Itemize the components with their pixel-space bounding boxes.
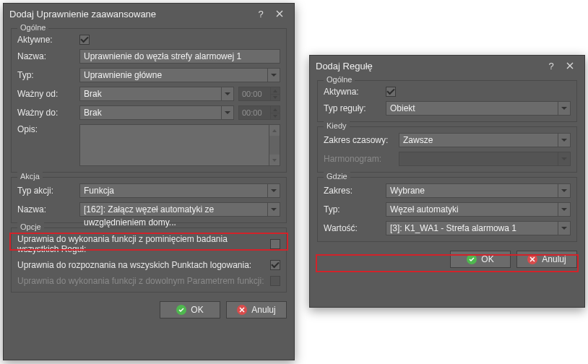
action-name-dropdown-button[interactable]	[267, 202, 280, 217]
group-where-label: Gdzie	[324, 172, 350, 181]
group-options: Opcje Uprawnia do wykonania funkcji z po…	[11, 228, 287, 292]
valid-from-dropdown-button[interactable]	[221, 87, 234, 101]
spin-up-icon	[270, 105, 280, 113]
value-label: Wartość:	[324, 223, 386, 233]
opt1-checkbox[interactable]	[270, 239, 280, 249]
valid-to-label: Ważny do:	[17, 108, 79, 118]
group-general-label: Ogólne	[17, 23, 48, 32]
group-options-label: Opcje	[17, 222, 44, 231]
cancel-button[interactable]: Anuluj	[516, 251, 577, 268]
ok-button-label: OK	[191, 305, 203, 315]
action-type-select[interactable]: Funkcja	[79, 183, 267, 198]
spin-up-icon	[270, 87, 280, 94]
spin-down-icon	[270, 94, 280, 101]
type-dropdown-button[interactable]	[267, 68, 280, 82]
action-type-dropdown-button[interactable]	[267, 183, 280, 198]
type-select[interactable]: Uprawnienie główne	[79, 68, 267, 82]
active-checkbox[interactable]	[386, 87, 396, 97]
group-when-label: Kiedy	[324, 121, 350, 130]
valid-to-dropdown-button[interactable]	[221, 105, 234, 120]
rule-type-select[interactable]: Obiekt	[386, 101, 558, 116]
close-icon	[527, 254, 537, 264]
close-icon	[237, 305, 247, 315]
opt3-checkbox	[270, 276, 280, 286]
range-dropdown-button[interactable]	[558, 183, 571, 198]
name-label: Nazwa:	[17, 51, 79, 61]
ok-button-label: OK	[481, 254, 493, 264]
group-general-label: Ogólne	[324, 75, 355, 84]
close-button[interactable]	[271, 6, 288, 22]
opt1-label: Uprawnia do wykonania funkcji z pominięc…	[17, 234, 270, 254]
rule-type-label: Typ reguły:	[324, 103, 386, 113]
group-action: Akcja Typ akcji: Funkcja Nazwa: [162]: Z…	[11, 177, 287, 223]
help-button[interactable]: ?	[542, 58, 560, 74]
cancel-button-label: Anuluj	[251, 305, 275, 315]
check-icon	[176, 305, 186, 315]
close-button[interactable]	[561, 58, 579, 74]
ok-button[interactable]: OK	[160, 301, 220, 318]
check-icon	[467, 254, 477, 264]
add-advanced-permission-dialog: Dodaj Uprawnienie zaawansowane ? Ogólne …	[3, 3, 295, 360]
group-general: Ogólne Aktywna: Typ reguły: Obiekt	[317, 80, 577, 122]
cancel-button-label: Anuluj	[542, 254, 566, 264]
value-select[interactable]: [3]: K1_WA1 - Strefa alarmowa 1	[386, 221, 558, 235]
dialog-body: Ogólne Aktywne: Nazwa: Uprawnienie do wę…	[4, 24, 294, 326]
cancel-button[interactable]: Anuluj	[226, 301, 287, 318]
type-dropdown-button[interactable]	[558, 202, 571, 217]
schedule-dropdown-button	[558, 152, 571, 166]
titlebar: Dodaj Uprawnienie zaawansowane ?	[4, 4, 294, 24]
spin-down-icon	[270, 113, 280, 120]
valid-from-time: 00:00	[238, 87, 270, 101]
value-dropdown-button[interactable]	[558, 221, 571, 235]
add-rule-dialog: Dodaj Regułę ? Ogólne Aktywna: Typ reguł…	[309, 55, 585, 308]
dialog-footer: OK Anuluj	[11, 297, 287, 318]
ok-button[interactable]: OK	[450, 251, 511, 268]
dialog-footer: OK Anuluj	[317, 246, 577, 268]
range-select[interactable]: Wybrane	[386, 183, 558, 198]
action-type-label: Typ akcji:	[17, 186, 79, 196]
action-name-label: Nazwa:	[17, 204, 79, 214]
opt2-label: Uprawnia do rozpoznania na wszyskich Pun…	[17, 260, 270, 270]
time-range-select[interactable]: Zawsze	[399, 133, 558, 147]
valid-to-time-spinner	[270, 105, 280, 120]
scroll-up-icon	[269, 125, 280, 136]
opt2-checkbox[interactable]	[270, 260, 280, 270]
valid-from-time-spinner	[270, 87, 280, 101]
time-range-dropdown-button[interactable]	[558, 133, 571, 147]
scroll-down-icon	[269, 155, 280, 165]
active-label: Aktywna:	[324, 87, 386, 97]
active-checkbox[interactable]	[79, 35, 90, 45]
valid-to-select[interactable]: Brak	[79, 105, 221, 120]
name-input[interactable]: Uprawnienie do węzła strefy alarmowej 1	[79, 49, 280, 64]
valid-from-label: Ważny od:	[17, 89, 79, 99]
range-label: Zakres:	[324, 186, 386, 196]
action-name-select[interactable]: [162]: Załącz węzeł automatyki ze uwzglę…	[79, 202, 267, 217]
help-button[interactable]: ?	[252, 6, 269, 22]
titlebar: Dodaj Regułę ?	[310, 56, 584, 76]
group-general: Ogólne Aktywne: Nazwa: Uprawnienie do wę…	[11, 28, 287, 173]
schedule-label: Harmonogram:	[324, 154, 399, 164]
valid-from-select[interactable]: Brak	[79, 87, 221, 101]
type-select[interactable]: Węzeł automatyki	[386, 202, 558, 217]
opt3-label: Uprawnia do wykonania funkcji z dowolnym…	[17, 276, 270, 286]
time-range-label: Zakres czasowy:	[324, 135, 399, 145]
dialog-title: Dodaj Uprawnienie zaawansowane	[9, 9, 251, 20]
rule-type-dropdown-button[interactable]	[558, 101, 571, 116]
scroll-track	[269, 136, 280, 155]
active-label: Aktywne:	[17, 35, 79, 45]
description-textarea[interactable]	[79, 124, 269, 166]
group-action-label: Akcja	[17, 172, 43, 181]
textarea-scrollbar[interactable]	[269, 124, 280, 166]
dialog-title: Dodaj Regułę	[316, 61, 541, 72]
schedule-select	[399, 152, 558, 166]
group-when: Kiedy Zakres czasowy: Zawsze Harmonogram…	[317, 126, 577, 173]
dialog-body: Ogólne Aktywna: Typ reguły: Obiekt Kiedy…	[310, 76, 584, 275]
type-label: Typ:	[17, 70, 79, 80]
valid-to-time: 00:00	[238, 105, 270, 120]
group-where: Gdzie Zakres: Wybrane Typ: Węzeł automat…	[317, 177, 577, 242]
type-label: Typ:	[324, 204, 386, 214]
description-label: Opis:	[17, 124, 79, 134]
